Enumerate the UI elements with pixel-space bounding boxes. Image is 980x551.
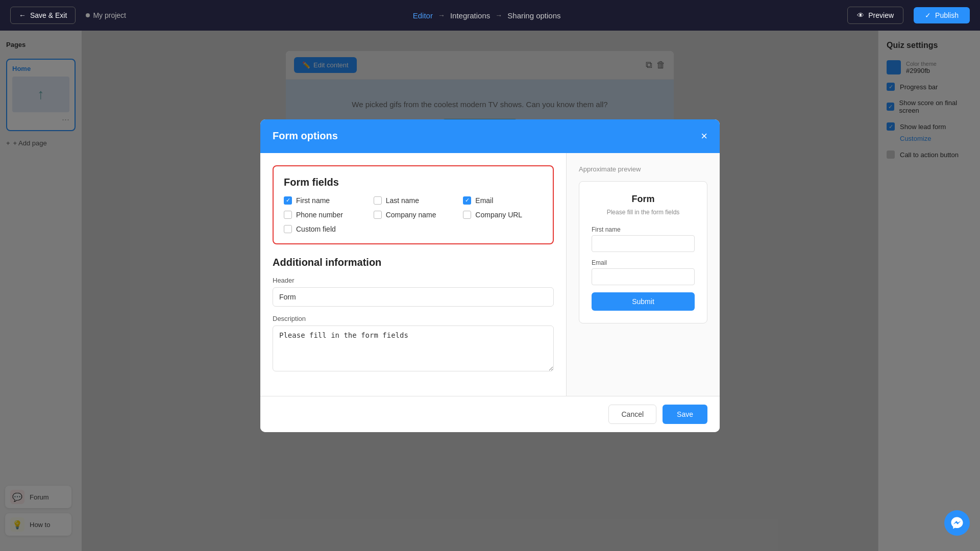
save-exit-button[interactable]: ← Save & Exit [10, 7, 76, 24]
eye-icon: 👁 [857, 11, 864, 19]
custom-field-row: Custom field [284, 225, 543, 233]
project-name-container: My project [86, 11, 126, 19]
field-company-url-checkbox[interactable] [463, 211, 471, 219]
modal-footer: Cancel Save [260, 396, 720, 432]
publish-button[interactable]: ✓ Publish [914, 7, 970, 23]
project-name: My project [93, 11, 126, 19]
header-input[interactable] [273, 287, 554, 307]
modal-body: Form fields First name Last name Emai [260, 153, 720, 396]
fields-grid: First name Last name Email Phone nu [284, 196, 543, 219]
additional-info-title: Additional information [273, 257, 554, 268]
field-company-url: Company URL [463, 211, 543, 219]
step-sharing[interactable]: Sharing options [507, 11, 560, 20]
preview-email-label: Email [592, 259, 695, 266]
field-phone: Phone number [284, 211, 363, 219]
field-company-name: Company name [374, 211, 453, 219]
field-company-name-checkbox[interactable] [374, 211, 382, 219]
check-icon: ✓ [925, 11, 931, 19]
top-navigation: ← Save & Exit My project Editor → Integr… [0, 0, 980, 31]
preview-form-desc: Please fill in the form fields [592, 209, 695, 216]
field-last-name: Last name [374, 196, 453, 205]
field-company-name-label: Company name [386, 211, 436, 219]
field-last-name-checkbox[interactable] [374, 196, 382, 205]
step-arrow-2: → [495, 11, 502, 19]
field-first-name-checkbox[interactable] [284, 196, 292, 205]
arrow-left-icon: ← [19, 11, 26, 19]
messenger-icon [950, 516, 964, 530]
step-editor[interactable]: Editor [413, 11, 433, 20]
field-company-url-label: Company URL [475, 211, 522, 219]
modal-right-panel: Approximate preview Form Please fill in … [567, 153, 720, 396]
header-field-label: Header [273, 277, 554, 284]
save-button[interactable]: Save [663, 405, 707, 424]
form-fields-title: Form fields [284, 177, 543, 188]
field-phone-label: Phone number [296, 211, 343, 219]
step-integrations[interactable]: Integrations [450, 11, 490, 20]
form-fields-section: Form fields First name Last name Emai [273, 165, 554, 244]
preview-email-input [592, 268, 695, 285]
status-dot [86, 13, 90, 17]
step-arrow-1: → [438, 11, 445, 19]
cancel-button[interactable]: Cancel [608, 405, 656, 424]
preview-card: Form Please fill in the form fields Firs… [579, 181, 707, 323]
modal-overlay: Form options × Form fields First name La… [0, 0, 980, 551]
form-options-modal: Form options × Form fields First name La… [260, 119, 720, 432]
custom-field-label: Custom field [296, 225, 336, 233]
field-phone-checkbox[interactable] [284, 211, 292, 219]
description-textarea[interactable]: Please fill in the form fields [273, 325, 554, 371]
additional-info-section: Additional information Header Descriptio… [273, 257, 554, 373]
preview-first-name-input [592, 235, 695, 252]
description-field-label: Description [273, 315, 554, 322]
nav-steps: Editor → Integrations → Sharing options [413, 11, 561, 20]
modal-left-panel: Form fields First name Last name Emai [260, 153, 567, 396]
field-first-name-label: First name [296, 196, 330, 205]
preview-title: Approximate preview [579, 165, 707, 173]
save-exit-label: Save & Exit [30, 11, 67, 19]
modal-title: Form options [273, 130, 338, 142]
modal-close-button[interactable]: × [701, 130, 707, 143]
preview-button[interactable]: 👁 Preview [847, 7, 903, 24]
field-email: Email [463, 196, 543, 205]
preview-form-title: Form [592, 194, 695, 205]
preview-first-name-label: First name [592, 226, 695, 233]
preview-label: Preview [868, 11, 894, 19]
preview-submit-button: Submit [592, 292, 695, 311]
field-first-name: First name [284, 196, 363, 205]
field-email-label: Email [475, 196, 493, 205]
modal-header: Form options × [260, 119, 720, 153]
field-email-checkbox[interactable] [463, 196, 471, 205]
field-last-name-label: Last name [386, 196, 419, 205]
messenger-float-button[interactable] [944, 510, 970, 536]
publish-label: Publish [935, 11, 959, 19]
custom-field-checkbox[interactable] [284, 225, 292, 233]
